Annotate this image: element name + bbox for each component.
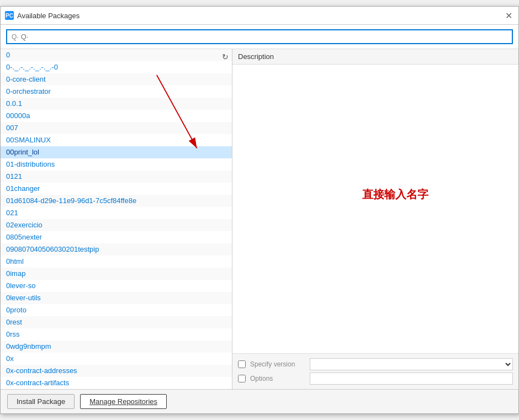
options-row: Options [238,373,513,385]
search-icon: Q· [12,33,19,41]
app-icon: PC [5,11,14,20]
window-title: Available Packages [17,12,80,20]
search-bar-container: Q· [1,25,518,49]
title-bar: PC Available Packages ✕ [1,7,518,25]
close-button[interactable]: ✕ [503,10,514,21]
title-bar-left: PC Available Packages [5,11,80,20]
list-item[interactable]: 0x [1,353,232,365]
options-input[interactable] [310,373,513,385]
list-item[interactable]: 00print_lol [1,146,232,158]
install-package-button[interactable]: Install Package [7,394,75,409]
list-item[interactable]: 0-orchestrator [1,86,232,98]
list-item[interactable]: 0html [1,256,232,268]
list-item[interactable]: 0-core-client [1,73,232,86]
options-checkbox[interactable] [238,375,246,382]
options-label: Options [250,375,305,382]
description-body: 直接输入名字 [232,65,518,353]
list-item[interactable]: 0 [1,49,232,61]
left-panel: ↻ 00-._.-._.-._.-._.-00-core-client0-orc… [1,49,232,389]
search-input[interactable] [21,33,507,41]
list-item[interactable]: 0805nexter [1,231,232,243]
list-item[interactable]: 00000a [1,110,232,122]
list-item[interactable]: 00SMALINUX [1,134,232,146]
specify-version-checkbox[interactable] [238,360,246,368]
list-item[interactable]: 0imap [1,268,232,280]
list-item[interactable]: 007 [1,122,232,134]
list-item[interactable]: 0-._.-._.-._.-._.-0 [1,61,232,73]
list-item[interactable]: 0lever-utils [1,292,232,304]
manage-repositories-button[interactable]: Manage Repositories [80,394,167,409]
bottom-options: Specify version Options [232,353,518,389]
list-item[interactable]: 01-distributions [1,158,232,171]
footer-bar: Install Package Manage Repositories [1,389,518,413]
list-item[interactable]: 0.0.1 [1,98,232,110]
refresh-button[interactable]: ↻ [220,50,231,63]
specify-version-row: Specify version [238,358,513,370]
list-item[interactable]: 0proto [1,304,232,316]
description-header: Description [232,49,518,65]
list-item[interactable]: 0wdg9nbmpm [1,341,232,353]
package-list[interactable]: 00-._.-._.-._.-._.-00-core-client0-orche… [1,49,232,389]
list-item[interactable]: 0lever-so [1,280,232,292]
list-item[interactable]: 021 [1,207,232,219]
version-select[interactable] [310,358,513,370]
list-item[interactable]: 01d61084-d29e-11e9-96d1-7c5cf84ffe8e [1,195,232,207]
annotation-text: 直接输入名字 [362,187,428,202]
list-item[interactable]: 02exercicio [1,219,232,231]
search-wrapper: Q· [6,29,513,44]
list-item[interactable]: 0rss [1,328,232,341]
list-item[interactable]: 01changer [1,183,232,195]
available-packages-window: PC Available Packages ✕ Q· ↻ 00-._.-._.-… [0,6,519,414]
right-panel: Description 直接输入名字 Specify versio [232,49,518,389]
list-item[interactable]: 0x-contract-artifacts [1,377,232,389]
list-item[interactable]: 090807040506030201testpip [1,243,232,256]
list-item[interactable]: 0rest [1,316,232,328]
list-item[interactable]: 0x-contract-addresses [1,365,232,377]
main-content: ↻ 00-._.-._.-._.-._.-00-core-client0-orc… [1,49,518,389]
specify-version-label: Specify version [250,360,305,368]
list-item[interactable]: 0121 [1,171,232,183]
